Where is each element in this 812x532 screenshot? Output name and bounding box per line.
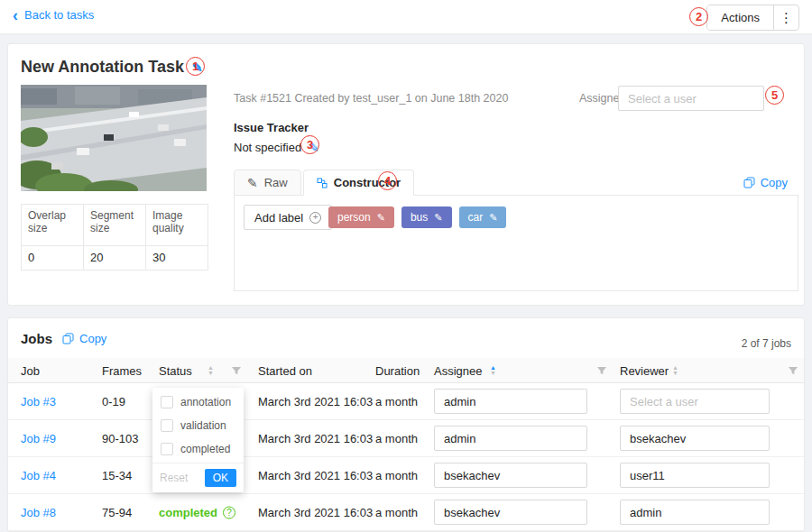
- issue-tracker-label: Issue Tracker: [234, 121, 309, 134]
- task-meta-text: Task #1521 Created by test_user_1 on Jun…: [234, 92, 508, 105]
- constructor-icon: [317, 178, 328, 188]
- labels-constructor-panel: Add label + person ✎ bus ✎ car ✎: [234, 195, 798, 291]
- job-row-8: Job #8 75-94 completed ? March 3rd 2021 …: [8, 494, 804, 531]
- param-header-overlap: Overlap size: [22, 205, 84, 246]
- copy-labels-label: Copy: [761, 176, 788, 189]
- chevron-left-icon: ‹: [13, 9, 18, 22]
- more-actions-button[interactable]: ⋮: [773, 5, 798, 30]
- job-duration: a month: [375, 432, 418, 445]
- copy-icon: [62, 333, 74, 344]
- jobs-count-label: 2 of 7 jobs: [742, 337, 791, 350]
- job-frames: 15-34: [102, 469, 132, 482]
- task-preview-image: [21, 85, 207, 191]
- task-title-row: New Annotation Task ✎: [21, 58, 203, 77]
- job-frames: 75-94: [102, 506, 132, 519]
- filter-reset-button[interactable]: Reset: [160, 472, 188, 484]
- filter-option-annotation[interactable]: annotation: [152, 390, 244, 414]
- actions-button-group: Actions ⋮: [706, 5, 799, 31]
- job-assignee-input[interactable]: [434, 500, 587, 525]
- job-assignee-input[interactable]: [434, 463, 587, 488]
- page-title: New Annotation Task: [21, 58, 184, 77]
- label-badge-bus[interactable]: bus ✎: [401, 206, 452, 228]
- checkbox-annotation[interactable]: [161, 396, 173, 408]
- task-assignee-input[interactable]: [618, 86, 764, 111]
- job-reviewer-input[interactable]: [620, 426, 770, 451]
- job-reviewer-input[interactable]: [620, 463, 770, 488]
- job-frames: 90-103: [102, 432, 138, 445]
- annotation-circle-1: 1: [186, 57, 205, 76]
- more-vertical-icon: ⋮: [780, 10, 793, 26]
- annotation-circle-4: 4: [378, 171, 397, 190]
- tab-constructor[interactable]: Constructor: [303, 170, 414, 196]
- column-header-reviewer[interactable]: Reviewer: [620, 363, 669, 377]
- job-assignee-input[interactable]: [434, 426, 587, 451]
- copy-jobs-button[interactable]: Copy: [62, 332, 106, 345]
- param-value-overlap: 0: [22, 246, 84, 271]
- status-help-icon[interactable]: ?: [223, 506, 235, 518]
- task-details-card: New Annotation Task ✎ Overlap s: [7, 43, 805, 306]
- checkbox-validation[interactable]: [161, 419, 173, 432]
- filter-ok-button[interactable]: OK: [205, 469, 236, 487]
- status-filter-icon[interactable]: [231, 365, 242, 376]
- job-started-on: March 3rd 2021 16:03: [258, 395, 373, 408]
- column-header-assignee[interactable]: Assignee: [434, 363, 482, 377]
- back-to-tasks-label: Back to tasks: [24, 8, 94, 22]
- actions-button[interactable]: Actions: [707, 5, 773, 30]
- job-row-9: Job #9 90-103 March 3rd 2021 16:03 a mon…: [8, 420, 804, 457]
- tab-raw-label: Raw: [264, 176, 288, 189]
- assignee-filter-icon[interactable]: [596, 365, 607, 376]
- filter-footer: Reset OK: [152, 463, 244, 492]
- filter-option-label: validation: [180, 419, 226, 432]
- label-badge-person[interactable]: person ✎: [328, 206, 394, 228]
- job-row-3: Job #3 0-19 March 3rd 2021 16:03 a month: [8, 383, 804, 420]
- job-frames: 0-19: [102, 395, 125, 408]
- annotation-circle-2: 2: [689, 7, 708, 26]
- tab-raw[interactable]: ✎ Raw: [234, 170, 301, 196]
- raw-pencil-icon: ✎: [247, 177, 258, 189]
- label-car-name: car: [468, 211, 484, 224]
- checkbox-completed[interactable]: [161, 443, 173, 455]
- plus-circle-icon: +: [309, 212, 321, 224]
- job-duration: a month: [375, 469, 418, 482]
- task-page: ‹ Back to tasks Actions ⋮ New Annotation…: [0, 0, 812, 532]
- label-badge-car[interactable]: car ✎: [459, 206, 507, 228]
- assignee-sort-control[interactable]: ▲ ▼: [490, 365, 496, 376]
- label-badges: person ✎ bus ✎ car ✎: [328, 206, 506, 228]
- add-label-text: Add label: [254, 211, 303, 225]
- job-link[interactable]: Job #8: [21, 506, 56, 519]
- copy-jobs-label: Copy: [79, 332, 106, 345]
- param-header-quality: Image quality: [146, 205, 208, 246]
- back-to-tasks-link[interactable]: ‹ Back to tasks: [13, 8, 94, 22]
- edit-label-icon: ✎: [434, 213, 442, 223]
- job-reviewer-input[interactable]: [620, 500, 770, 525]
- job-assignee-input[interactable]: [434, 389, 587, 414]
- copy-icon: [743, 177, 755, 188]
- filter-option-validation[interactable]: validation: [152, 414, 244, 437]
- edit-label-icon: ✎: [377, 213, 385, 223]
- issue-tracker-value: Not specified: [234, 141, 301, 154]
- filter-option-completed[interactable]: completed: [152, 437, 244, 461]
- column-header-status[interactable]: Status: [159, 363, 192, 377]
- job-reviewer-input[interactable]: [620, 389, 770, 414]
- param-value-segment: 20: [84, 246, 146, 271]
- status-filter-dropdown: annotation validation completed Reset OK: [152, 388, 244, 492]
- edit-label-icon: ✎: [489, 213, 497, 223]
- jobs-header-row: Jobs Copy: [21, 331, 106, 346]
- job-started-on: March 3rd 2021 16:03: [258, 506, 373, 519]
- column-header-duration: Duration: [375, 363, 420, 377]
- job-link[interactable]: Job #4: [21, 469, 56, 482]
- job-status-text: completed: [159, 506, 217, 519]
- column-header-frames: Frames: [102, 363, 142, 377]
- job-link[interactable]: Job #3: [21, 395, 56, 408]
- filter-option-label: annotation: [180, 396, 231, 408]
- job-link[interactable]: Job #9: [21, 432, 56, 445]
- reviewer-sort-control[interactable]: ▲ ▼: [672, 365, 678, 376]
- status-sort-control[interactable]: ▲ ▼: [208, 365, 214, 376]
- job-duration: a month: [375, 506, 418, 519]
- add-label-button[interactable]: Add label +: [244, 205, 332, 230]
- copy-labels-button[interactable]: Copy: [743, 176, 788, 189]
- caret-down-icon: ▼: [208, 371, 214, 376]
- reviewer-filter-icon[interactable]: [788, 365, 798, 376]
- column-header-started-on: Started on: [258, 363, 312, 377]
- label-person-name: person: [337, 211, 371, 224]
